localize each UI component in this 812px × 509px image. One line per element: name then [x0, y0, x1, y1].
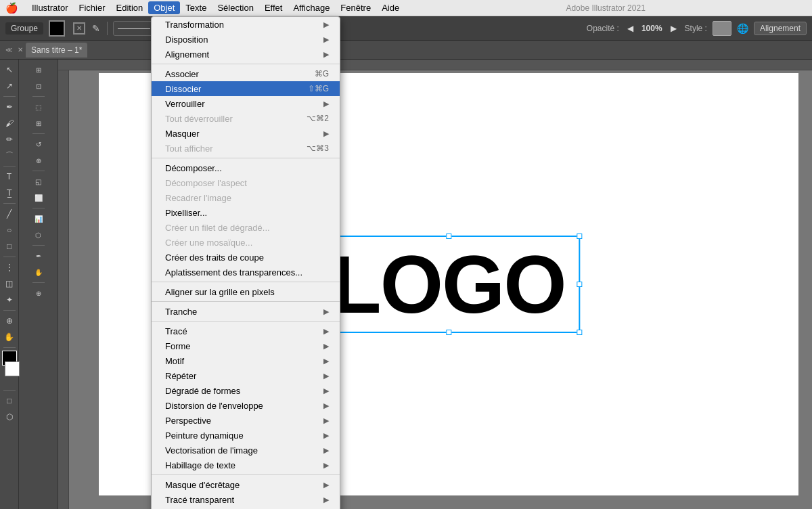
- menu-item-tout-d-verrouiller: Tout déverrouiller⌥⌘2: [152, 111, 340, 126]
- menu-item-disposition[interactable]: Disposition▶: [152, 32, 340, 47]
- menu-item-label: Dissocier: [165, 84, 201, 94]
- menu-item-perspective[interactable]: Perspective▶: [152, 413, 340, 428]
- menu-item-label: Pixelliser...: [165, 208, 207, 218]
- submenu-arrow-icon: ▶: [323, 327, 329, 336]
- submenu-arrow-icon: ▶: [323, 35, 329, 44]
- menu-item-label: Transformation: [165, 20, 224, 30]
- menu-item-associer[interactable]: Associer⌘G: [152, 66, 340, 81]
- objet-dropdown-menu: Transformation▶Disposition▶Alignement▶As…: [151, 16, 340, 509]
- menu-separator: [152, 301, 340, 302]
- menu-item-tout-afficher: Tout afficher⌥⌘3: [152, 141, 340, 156]
- menu-item-label: Créer un filet de dégradé...: [165, 223, 270, 233]
- menu-item-label: Créer des traits de coupe: [165, 252, 264, 263]
- menu-item-masque-d--cr-tage[interactable]: Masque d'écrêtage▶: [152, 477, 340, 492]
- menu-item-label: Motif: [165, 356, 184, 366]
- menu-item-pixelliser---[interactable]: Pixelliser...: [152, 205, 340, 220]
- submenu-arrow-icon: ▶: [323, 495, 329, 504]
- menu-item-motif[interactable]: Motif▶: [152, 353, 340, 368]
- menu-item-label: Décomposer...: [165, 163, 222, 173]
- menu-item-label: Décomposer l'aspect: [165, 178, 247, 188]
- menu-item-label: Recadrer l'image: [165, 193, 231, 203]
- menu-item-label: Dégradé de formes: [165, 386, 240, 396]
- menu-item-forme[interactable]: Forme▶: [152, 338, 340, 353]
- menu-item-aplatissement-des-transparences---[interactable]: Aplatissement des transparences...: [152, 265, 340, 280]
- menu-item-verrouiller[interactable]: Verrouiller▶: [152, 96, 340, 111]
- submenu-arrow-icon: ▶: [323, 446, 329, 455]
- menu-item-recadrer-l-image: Recadrer l'image: [152, 190, 340, 205]
- menu-separator: [152, 474, 340, 475]
- menu-item-label: Habillage de texte: [165, 460, 235, 470]
- menu-item-transformation[interactable]: Transformation▶: [152, 17, 340, 32]
- menu-item-distorsion-de-l-enveloppe[interactable]: Distorsion de l'enveloppe▶: [152, 398, 340, 413]
- menu-item-aligner-sur-la-grille-en-pixels[interactable]: Aligner sur la grille en pixels: [152, 284, 340, 299]
- menu-item-r-p-ter[interactable]: Répéter▶: [152, 368, 340, 383]
- menu-item-label: Tracé: [165, 326, 187, 336]
- menu-item-shortcut: ⇧⌘G: [308, 84, 329, 93]
- menu-separator: [152, 158, 340, 158]
- menu-item-tranche[interactable]: Tranche▶: [152, 304, 340, 319]
- submenu-arrow-icon: ▶: [323, 307, 329, 316]
- dropdown-overlay[interactable]: Transformation▶Disposition▶Alignement▶As…: [0, 0, 812, 509]
- submenu-arrow-icon: ▶: [323, 99, 329, 108]
- menu-item-d-composer-l-aspect: Décomposer l'aspect: [152, 175, 340, 190]
- menu-item-cr-er-des-traits-de-coupe[interactable]: Créer des traits de coupe: [152, 250, 340, 265]
- submenu-arrow-icon: ▶: [323, 401, 329, 410]
- submenu-arrow-icon: ▶: [323, 20, 329, 29]
- submenu-arrow-icon: ▶: [323, 431, 329, 440]
- menu-item-shortcut: ⌥⌘3: [307, 143, 329, 153]
- menu-item-label: Répéter: [165, 371, 196, 381]
- submenu-arrow-icon: ▶: [323, 386, 329, 395]
- menu-item-label: Forme: [165, 341, 191, 351]
- menu-item-label: Tout déverrouiller: [165, 114, 233, 124]
- submenu-arrow-icon: ▶: [323, 357, 329, 366]
- submenu-arrow-icon: ▶: [323, 372, 329, 380]
- menu-item-d-composer---[interactable]: Décomposer...: [152, 160, 340, 175]
- menu-item-label: Tout afficher: [165, 143, 213, 154]
- menu-item-label: Associer: [165, 69, 199, 79]
- menu-item-shortcut: ⌥⌘2: [307, 114, 329, 123]
- menu-item-label: Créer une mosaïque...: [165, 238, 252, 248]
- menu-item-label: Verrouiller: [165, 99, 205, 109]
- menu-item-dissocier[interactable]: Dissocier⇧⌘G: [152, 81, 340, 96]
- menu-item-trac-[interactable]: Tracé▶: [152, 324, 340, 338]
- menu-item-label: Aligner sur la grille en pixels: [165, 287, 275, 297]
- menu-item-masquer[interactable]: Masquer▶: [152, 126, 340, 141]
- menu-item-label: Tranche: [165, 307, 197, 317]
- menu-item-label: Peinture dynamique: [165, 430, 244, 441]
- menu-item-label: Masque d'écrêtage: [165, 480, 240, 490]
- submenu-arrow-icon: ▶: [323, 481, 329, 489]
- menu-item-peinture-dynamique[interactable]: Peinture dynamique▶: [152, 428, 340, 443]
- menu-item-habillage-de-texte[interactable]: Habillage de texte▶: [152, 458, 340, 472]
- menu-item-trac--transparent[interactable]: Tracé transparent▶: [152, 492, 340, 507]
- menu-item-cr-er-une-mosa-que---: Créer une mosaïque...: [152, 235, 340, 250]
- menu-item-label: Aplatissement des transparences...: [165, 267, 302, 278]
- menu-item-shortcut: ⌘G: [315, 69, 329, 79]
- menu-item-label: Perspective: [165, 416, 211, 426]
- menu-item-alignement[interactable]: Alignement▶: [152, 47, 340, 62]
- menu-item-label: Masquer: [165, 129, 200, 139]
- menu-item-label: Alignement: [165, 49, 209, 60]
- submenu-arrow-icon: ▶: [323, 50, 329, 59]
- menu-separator: [152, 282, 340, 282]
- submenu-arrow-icon: ▶: [323, 129, 329, 138]
- menu-separator: [152, 64, 340, 64]
- submenu-arrow-icon: ▶: [323, 342, 329, 351]
- menu-item-label: Tracé transparent: [165, 495, 234, 505]
- menu-item-label: Vectorisation de l'image: [165, 445, 258, 456]
- submenu-arrow-icon: ▶: [323, 416, 329, 425]
- submenu-arrow-icon: ▶: [323, 461, 329, 470]
- menu-item-d-grad--de-formes[interactable]: Dégradé de formes▶: [152, 383, 340, 398]
- menu-item-label: Disposition: [165, 35, 208, 45]
- menu-item-label: Distorsion de l'enveloppe: [165, 401, 263, 411]
- menu-item-cr-er-un-filet-de-d-grad----: Créer un filet de dégradé...: [152, 220, 340, 235]
- menu-item-vectorisation-de-l-image[interactable]: Vectorisation de l'image▶: [152, 443, 340, 458]
- menu-separator: [152, 321, 340, 322]
